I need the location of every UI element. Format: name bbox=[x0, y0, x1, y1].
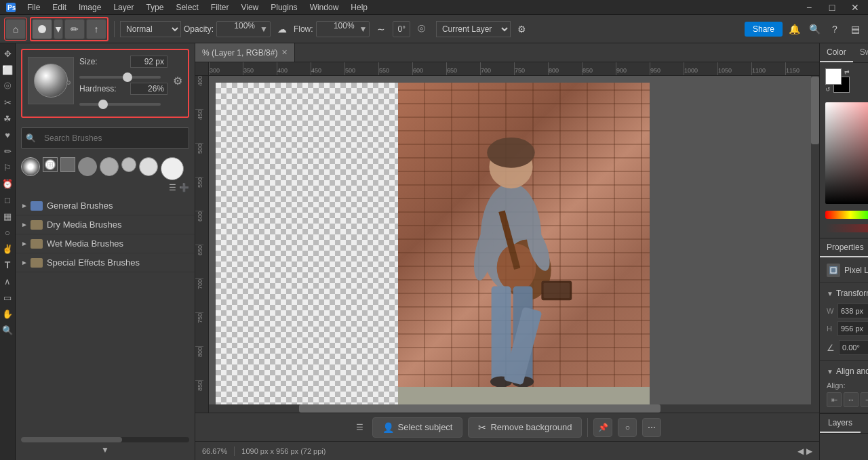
vertical-scrollbar[interactable] bbox=[811, 76, 819, 413]
tab-channels[interactable]: Channels bbox=[861, 414, 868, 433]
select-tool[interactable]: ⬜ bbox=[0, 62, 15, 77]
smooth-icon[interactable]: ∼ bbox=[372, 20, 390, 38]
menu-help[interactable]: Help bbox=[345, 1, 373, 14]
share-button[interactable]: Share bbox=[745, 22, 783, 37]
shape-tool[interactable]: ▭ bbox=[0, 290, 15, 305]
color-gradient-picker[interactable] bbox=[825, 102, 868, 204]
text-tool[interactable]: T bbox=[0, 257, 15, 272]
menu-window[interactable]: Window bbox=[304, 1, 344, 14]
close-button[interactable]: ✕ bbox=[846, 0, 864, 16]
minimize-button[interactable]: − bbox=[800, 0, 818, 16]
clone-tool[interactable]: ⚐ bbox=[0, 160, 15, 175]
category-general-brushes[interactable]: ► General Brushes bbox=[16, 196, 195, 215]
status-right-arrow[interactable]: ▶ bbox=[806, 446, 812, 456]
panels-icon[interactable]: ▤ bbox=[846, 20, 864, 38]
flow-input[interactable]: 100% bbox=[317, 21, 357, 37]
qa-pin-button[interactable]: 📌 bbox=[593, 418, 612, 437]
brush-tool-arrow[interactable]: ▼ bbox=[54, 19, 63, 39]
brush-preset-0[interactable] bbox=[21, 157, 40, 176]
brush-preset-4[interactable] bbox=[100, 157, 119, 176]
menu-filter[interactable]: Filter bbox=[205, 1, 235, 14]
healing-tool[interactable]: ♥ bbox=[0, 127, 15, 142]
h-input[interactable] bbox=[837, 321, 868, 336]
qa-circle-button[interactable]: ○ bbox=[618, 418, 637, 437]
menu-view[interactable]: View bbox=[235, 1, 264, 14]
zoom-tool[interactable]: 🔍 bbox=[0, 322, 15, 337]
qa-more-button[interactable]: ⋯ bbox=[642, 418, 661, 437]
category-wet-media[interactable]: ► Wet Media Brushes bbox=[16, 234, 195, 253]
brush-preset-3[interactable] bbox=[78, 157, 97, 176]
home-tool-button[interactable]: ⌂ bbox=[5, 19, 26, 39]
align-center-h-button[interactable]: ↔ bbox=[844, 392, 859, 407]
size-slider[interactable] bbox=[79, 76, 161, 79]
brush-settings-icon[interactable]: ⚙ bbox=[513, 20, 531, 38]
lasso-tool[interactable]: ⦾ bbox=[0, 79, 15, 93]
tab-color[interactable]: Color bbox=[820, 43, 853, 62]
brush-preset-6[interactable] bbox=[139, 157, 158, 176]
path-select-tool[interactable]: ∧ bbox=[0, 274, 15, 289]
brush-list-view-icon[interactable]: ☰ bbox=[169, 183, 176, 192]
brush-preview-handle[interactable] bbox=[66, 81, 71, 85]
brush-preset-5[interactable] bbox=[121, 157, 136, 172]
opacity-arrow[interactable]: ▼ bbox=[258, 24, 270, 34]
align-header[interactable]: ▼ Align and Distribute bbox=[827, 367, 868, 376]
select-subject-button[interactable]: 👤 Select subject bbox=[372, 417, 463, 438]
dodge-tool[interactable]: ○ bbox=[0, 225, 15, 240]
brush-tool-icon3[interactable]: ↑ bbox=[86, 19, 106, 39]
gradient-tool[interactable]: ▦ bbox=[0, 209, 15, 224]
blend-mode-select[interactable]: Normal bbox=[120, 21, 181, 37]
alpha-slider[interactable] bbox=[825, 224, 868, 232]
align-left-button[interactable]: ⇤ bbox=[827, 392, 842, 407]
category-dry-media[interactable]: ► Dry Media Brushes bbox=[16, 215, 195, 234]
maximize-button[interactable]: □ bbox=[823, 0, 841, 16]
brush-settings-gear-icon[interactable]: ⚙ bbox=[173, 75, 182, 87]
eraser-tool[interactable]: □ bbox=[0, 192, 15, 207]
eyedropper-tool[interactable]: ☘ bbox=[0, 111, 15, 126]
angle-input[interactable] bbox=[839, 340, 868, 355]
brush-scroll-track[interactable] bbox=[21, 437, 189, 442]
notifications-icon[interactable]: 🔔 bbox=[785, 20, 803, 38]
w-input[interactable] bbox=[837, 304, 868, 318]
status-left-arrow[interactable]: ◀ bbox=[797, 446, 804, 456]
brush-preset-7[interactable] bbox=[161, 157, 184, 180]
canvas-scroll-area[interactable] bbox=[209, 76, 819, 413]
tab-swatches[interactable]: Swatches bbox=[853, 43, 868, 62]
brush-add-icon[interactable]: ➕ bbox=[179, 183, 189, 192]
canvas-tab[interactable]: % (Layer 1, RGB/8#) ✕ bbox=[195, 43, 295, 62]
tab-layers[interactable]: Layers bbox=[820, 414, 861, 433]
scroll-down-arrow[interactable]: ▼ bbox=[101, 445, 109, 455]
flow-arrow[interactable]: ▼ bbox=[357, 24, 370, 34]
horizontal-scrollbar[interactable] bbox=[209, 404, 811, 413]
hand-tool[interactable]: ✋ bbox=[0, 306, 15, 321]
layer-select[interactable]: Current Layer bbox=[436, 21, 511, 37]
reset-colors-icon[interactable]: ↺ bbox=[825, 86, 831, 93]
brush-tool-left[interactable]: ✏ bbox=[0, 144, 15, 159]
search-brushes-input[interactable] bbox=[39, 131, 184, 146]
tab-properties[interactable]: Properties bbox=[820, 238, 868, 257]
brush-preset-2[interactable] bbox=[60, 157, 75, 172]
menu-image[interactable]: Image bbox=[73, 1, 106, 14]
menu-file[interactable]: File bbox=[22, 1, 45, 14]
symmetry-icon[interactable]: ⦾ bbox=[413, 20, 431, 38]
move-tool[interactable]: ✥ bbox=[0, 46, 15, 61]
brush-tool-icon2[interactable]: ✏ bbox=[64, 19, 85, 39]
hardness-slider[interactable] bbox=[79, 103, 161, 106]
search-icon[interactable]: 🔍 bbox=[806, 20, 823, 38]
category-special-effects[interactable]: ► Special Effects Brushes bbox=[16, 253, 195, 272]
help-icon[interactable]: ? bbox=[826, 20, 844, 38]
hue-slider[interactable] bbox=[825, 211, 868, 219]
history-tool[interactable]: ⏰ bbox=[0, 176, 15, 191]
airbrush-icon[interactable]: ☁ bbox=[273, 20, 291, 38]
crop-tool[interactable]: ✂ bbox=[0, 95, 15, 110]
qa-collapse-icon[interactable]: ☰ bbox=[353, 421, 367, 434]
menu-layer[interactable]: Layer bbox=[108, 1, 139, 14]
swap-colors-icon[interactable]: ⇄ bbox=[844, 68, 850, 75]
menu-plugins[interactable]: Plugins bbox=[265, 1, 302, 14]
canvas-tab-close[interactable]: ✕ bbox=[281, 48, 288, 57]
foreground-color-swatch[interactable] bbox=[825, 68, 842, 85]
opacity-input[interactable]: 100% bbox=[217, 21, 258, 37]
brush-tool-button[interactable] bbox=[32, 19, 52, 39]
menu-edit[interactable]: Edit bbox=[47, 1, 72, 14]
brush-scroll-thumb[interactable] bbox=[21, 437, 122, 442]
pen-tool[interactable]: ✌ bbox=[0, 241, 15, 256]
